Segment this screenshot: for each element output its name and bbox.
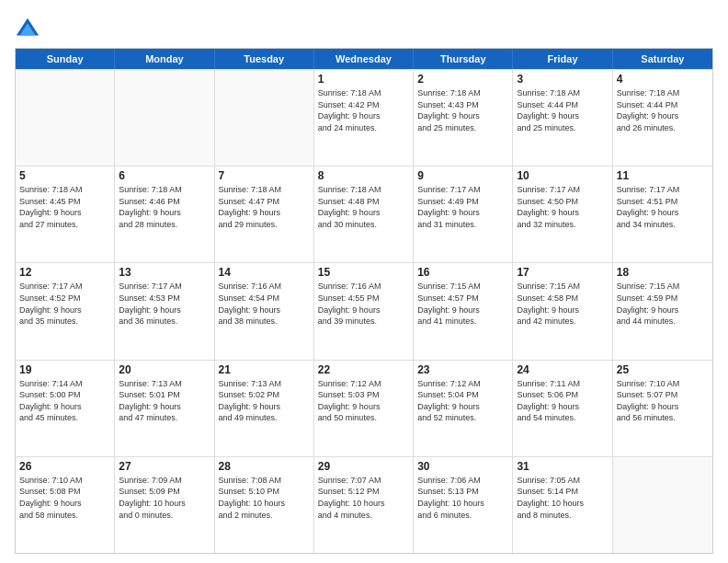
- weekday-header-wednesday: Wednesday: [314, 49, 414, 69]
- day-cell-28: 28Sunrise: 7:08 AM Sunset: 5:10 PM Dayli…: [215, 457, 314, 553]
- empty-cell-0-1: [115, 70, 214, 166]
- day-number: 27: [119, 460, 210, 473]
- day-cell-23: 23Sunrise: 7:12 AM Sunset: 5:04 PM Dayli…: [414, 361, 513, 456]
- week-row-4: 26Sunrise: 7:10 AM Sunset: 5:08 PM Dayli…: [16, 456, 712, 553]
- empty-cell-0-0: [16, 70, 115, 166]
- day-number: 30: [417, 460, 508, 473]
- day-info: Sunrise: 7:17 AM Sunset: 4:50 PM Dayligh…: [517, 184, 608, 230]
- calendar-header: SundayMondayTuesdayWednesdayThursdayFrid…: [16, 49, 712, 69]
- day-number: 13: [119, 266, 210, 279]
- weekday-header-monday: Monday: [115, 49, 214, 69]
- day-info: Sunrise: 7:18 AM Sunset: 4:47 PM Dayligh…: [219, 184, 310, 230]
- day-number: 1: [318, 73, 409, 86]
- day-number: 10: [517, 169, 608, 182]
- page: SundayMondayTuesdayWednesdayThursdayFrid…: [0, 0, 728, 563]
- day-info: Sunrise: 7:06 AM Sunset: 5:13 PM Dayligh…: [417, 475, 508, 521]
- day-number: 12: [19, 266, 110, 279]
- day-cell-2: 2Sunrise: 7:18 AM Sunset: 4:43 PM Daylig…: [414, 70, 513, 166]
- day-cell-18: 18Sunrise: 7:15 AM Sunset: 4:59 PM Dayli…: [613, 263, 712, 359]
- empty-cell-0-2: [215, 70, 314, 166]
- day-info: Sunrise: 7:15 AM Sunset: 4:57 PM Dayligh…: [417, 281, 508, 327]
- day-number: 31: [517, 460, 608, 473]
- day-cell-16: 16Sunrise: 7:15 AM Sunset: 4:57 PM Dayli…: [414, 263, 513, 359]
- day-cell-11: 11Sunrise: 7:17 AM Sunset: 4:51 PM Dayli…: [613, 167, 712, 262]
- day-info: Sunrise: 7:18 AM Sunset: 4:44 PM Dayligh…: [517, 87, 608, 133]
- day-cell-6: 6Sunrise: 7:18 AM Sunset: 4:46 PM Daylig…: [115, 167, 214, 262]
- day-cell-14: 14Sunrise: 7:16 AM Sunset: 4:54 PM Dayli…: [215, 263, 314, 359]
- day-number: 17: [517, 266, 608, 279]
- calendar: SundayMondayTuesdayWednesdayThursdayFrid…: [15, 48, 713, 554]
- day-info: Sunrise: 7:13 AM Sunset: 5:02 PM Dayligh…: [219, 378, 310, 424]
- day-cell-15: 15Sunrise: 7:16 AM Sunset: 4:55 PM Dayli…: [314, 263, 414, 359]
- day-number: 24: [517, 363, 608, 376]
- day-cell-7: 7Sunrise: 7:18 AM Sunset: 4:47 PM Daylig…: [215, 167, 314, 262]
- day-number: 15: [318, 266, 409, 279]
- day-number: 19: [19, 363, 110, 376]
- empty-cell-4-6: [613, 457, 712, 553]
- day-number: 8: [318, 169, 409, 182]
- day-number: 16: [417, 266, 508, 279]
- day-info: Sunrise: 7:16 AM Sunset: 4:54 PM Dayligh…: [219, 281, 310, 327]
- day-info: Sunrise: 7:18 AM Sunset: 4:42 PM Dayligh…: [318, 87, 409, 133]
- day-cell-12: 12Sunrise: 7:17 AM Sunset: 4:52 PM Dayli…: [16, 263, 115, 359]
- day-number: 29: [318, 460, 409, 473]
- day-number: 22: [318, 363, 409, 376]
- day-number: 23: [417, 363, 508, 376]
- weekday-header-sunday: Sunday: [16, 49, 115, 69]
- day-info: Sunrise: 7:11 AM Sunset: 5:06 PM Dayligh…: [517, 378, 608, 424]
- weekday-header-tuesday: Tuesday: [215, 49, 314, 69]
- day-cell-1: 1Sunrise: 7:18 AM Sunset: 4:42 PM Daylig…: [314, 70, 414, 166]
- day-cell-19: 19Sunrise: 7:14 AM Sunset: 5:00 PM Dayli…: [16, 361, 115, 456]
- week-row-1: 5Sunrise: 7:18 AM Sunset: 4:45 PM Daylig…: [16, 166, 712, 262]
- day-number: 14: [219, 266, 310, 279]
- day-number: 6: [119, 169, 210, 182]
- day-info: Sunrise: 7:18 AM Sunset: 4:43 PM Dayligh…: [417, 87, 508, 133]
- day-cell-10: 10Sunrise: 7:17 AM Sunset: 4:50 PM Dayli…: [513, 167, 612, 262]
- logo: [15, 15, 44, 40]
- day-info: Sunrise: 7:17 AM Sunset: 4:52 PM Dayligh…: [19, 281, 110, 327]
- day-cell-21: 21Sunrise: 7:13 AM Sunset: 5:02 PM Dayli…: [215, 361, 314, 456]
- day-info: Sunrise: 7:12 AM Sunset: 5:03 PM Dayligh…: [318, 378, 409, 424]
- day-number: 7: [219, 169, 310, 182]
- day-number: 26: [19, 460, 110, 473]
- day-number: 20: [119, 363, 210, 376]
- day-info: Sunrise: 7:17 AM Sunset: 4:53 PM Dayligh…: [119, 281, 210, 327]
- week-row-0: 1Sunrise: 7:18 AM Sunset: 4:42 PM Daylig…: [16, 69, 712, 166]
- day-number: 3: [517, 73, 608, 86]
- day-info: Sunrise: 7:18 AM Sunset: 4:44 PM Dayligh…: [617, 87, 709, 133]
- day-info: Sunrise: 7:18 AM Sunset: 4:46 PM Dayligh…: [119, 184, 210, 230]
- day-number: 18: [617, 266, 709, 279]
- day-cell-3: 3Sunrise: 7:18 AM Sunset: 4:44 PM Daylig…: [513, 70, 612, 166]
- day-cell-22: 22Sunrise: 7:12 AM Sunset: 5:03 PM Dayli…: [314, 361, 414, 456]
- logo-icon: [15, 15, 40, 40]
- weekday-header-thursday: Thursday: [414, 49, 513, 69]
- header: [15, 15, 713, 40]
- day-cell-26: 26Sunrise: 7:10 AM Sunset: 5:08 PM Dayli…: [16, 457, 115, 553]
- day-info: Sunrise: 7:18 AM Sunset: 4:45 PM Dayligh…: [19, 184, 110, 230]
- day-number: 11: [617, 169, 709, 182]
- day-info: Sunrise: 7:09 AM Sunset: 5:09 PM Dayligh…: [119, 475, 210, 521]
- day-number: 9: [417, 169, 508, 182]
- day-cell-31: 31Sunrise: 7:05 AM Sunset: 5:14 PM Dayli…: [513, 457, 612, 553]
- day-cell-30: 30Sunrise: 7:06 AM Sunset: 5:13 PM Dayli…: [414, 457, 513, 553]
- day-number: 21: [219, 363, 310, 376]
- day-cell-5: 5Sunrise: 7:18 AM Sunset: 4:45 PM Daylig…: [16, 167, 115, 262]
- day-cell-27: 27Sunrise: 7:09 AM Sunset: 5:09 PM Dayli…: [115, 457, 214, 553]
- day-info: Sunrise: 7:16 AM Sunset: 4:55 PM Dayligh…: [318, 281, 409, 327]
- calendar-body: 1Sunrise: 7:18 AM Sunset: 4:42 PM Daylig…: [16, 69, 712, 553]
- day-info: Sunrise: 7:07 AM Sunset: 5:12 PM Dayligh…: [318, 475, 409, 521]
- day-number: 2: [417, 73, 508, 86]
- day-info: Sunrise: 7:17 AM Sunset: 4:49 PM Dayligh…: [417, 184, 508, 230]
- day-info: Sunrise: 7:15 AM Sunset: 4:58 PM Dayligh…: [517, 281, 608, 327]
- day-info: Sunrise: 7:05 AM Sunset: 5:14 PM Dayligh…: [517, 475, 608, 521]
- day-number: 4: [617, 73, 709, 86]
- day-number: 25: [617, 363, 709, 376]
- day-info: Sunrise: 7:08 AM Sunset: 5:10 PM Dayligh…: [219, 475, 310, 521]
- day-info: Sunrise: 7:18 AM Sunset: 4:48 PM Dayligh…: [318, 184, 409, 230]
- day-info: Sunrise: 7:14 AM Sunset: 5:00 PM Dayligh…: [19, 378, 110, 424]
- day-cell-24: 24Sunrise: 7:11 AM Sunset: 5:06 PM Dayli…: [513, 361, 612, 456]
- day-info: Sunrise: 7:15 AM Sunset: 4:59 PM Dayligh…: [617, 281, 709, 327]
- weekday-header-saturday: Saturday: [613, 49, 712, 69]
- day-cell-29: 29Sunrise: 7:07 AM Sunset: 5:12 PM Dayli…: [314, 457, 414, 553]
- day-info: Sunrise: 7:10 AM Sunset: 5:08 PM Dayligh…: [19, 475, 110, 521]
